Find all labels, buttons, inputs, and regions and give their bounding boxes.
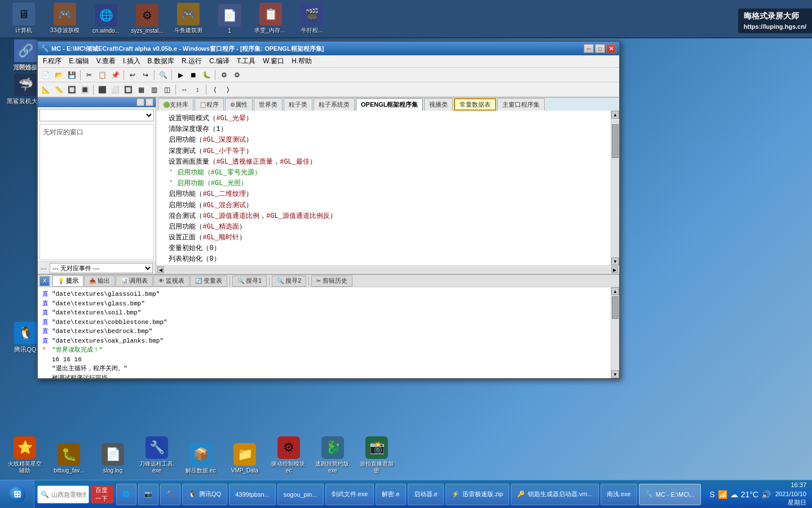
tab-property[interactable]: ⚙ 属性 (225, 98, 253, 111)
tb-cut[interactable]: ✂ (83, 69, 95, 81)
tb-copy[interactable]: 📋 (96, 69, 108, 81)
tb-redo[interactable]: ↪ (139, 69, 152, 81)
taskbar-item-ie[interactable]: 🌐 (116, 484, 136, 505)
top-icon-game[interactable]: 🎮 斗鱼建筑测 (172, 3, 205, 34)
code-editor[interactable]: 设置明暗模式（#GL_光晕） 清除深度缓存（1） 启用功能（#GL_深度测试） … (156, 111, 611, 265)
taskbar-item-mc[interactable]: 🔧 MC - E:\MC\... (639, 484, 701, 505)
tb2-btn10[interactable]: ◫ (161, 84, 173, 96)
tb-new[interactable]: 📄 (39, 69, 52, 81)
left-panel-tree[interactable]: 无对应的窗口 (39, 124, 154, 260)
tb2-btn7[interactable]: 🔲 (122, 84, 134, 96)
tab-opengl[interactable]: OPENGL框架程序集 (356, 98, 423, 111)
bottom-tab-calltable[interactable]: 📊 调用表 (116, 275, 153, 287)
tb2-btn5[interactable]: ⬛ (96, 84, 108, 96)
tray-volume-icon[interactable]: 🔊 (761, 490, 771, 499)
taskbar-item-keygen[interactable]: 🔑 钥匙生成器启动器.vm... (511, 484, 599, 505)
tb2-btn12[interactable]: ↕ (191, 84, 204, 96)
left-panel-event-dropdown[interactable]: --- 无对应事件 --- (50, 263, 153, 273)
left-panel-close-btn[interactable]: ✕ (145, 98, 153, 106)
tb-stop[interactable]: ⏹ (187, 69, 200, 81)
taskbar-item-4399[interactable]: 4399tpbsn... (229, 484, 276, 505)
code-vscroll[interactable]: ▲ ▼ (611, 111, 619, 265)
bottom-vscroll-track[interactable] (611, 295, 619, 370)
bottom-vscroll[interactable]: ▲ ▼ (611, 287, 619, 378)
taskbar-search-input[interactable] (51, 491, 86, 498)
vscroll-down-btn[interactable]: ▼ (611, 257, 619, 265)
tab-constants[interactable]: 常量数据表 (454, 98, 496, 111)
bottom-icon-fire[interactable]: ⭐ 火线精英星空辅助 (6, 436, 44, 474)
hscroll-track[interactable] (165, 267, 610, 273)
top-icon-installer[interactable]: ⚙ syzs_instal... (131, 4, 164, 34)
system-clock[interactable]: 16:37 2021/10/10 星期日 (775, 481, 806, 507)
tab-main-window[interactable]: 主窗口程序集 (497, 98, 545, 111)
tb2-btn13[interactable]: ⟨ (209, 84, 221, 96)
top-icon-memory[interactable]: 📋 求雯_内存_模 (254, 3, 287, 34)
taskbar-item-decrypt[interactable]: 解密.e (376, 484, 405, 505)
bottom-tab-clipboard[interactable]: ✂ 剪辑历史 (311, 275, 352, 287)
menu-run[interactable]: R.运行 (178, 55, 205, 67)
baidu-button[interactable]: 百度一下 (91, 485, 113, 503)
bottom-vscroll-down[interactable]: ▼ (611, 370, 619, 378)
start-button[interactable]: ⊞ (0, 480, 34, 508)
tb-search[interactable]: 🔍 (157, 69, 169, 81)
taskbar-item-sogou[interactable]: sogou_pin... (277, 484, 324, 505)
menu-db[interactable]: B.数据库 (144, 55, 178, 67)
menu-view[interactable]: V.查看 (93, 55, 119, 67)
taskbar-item-builder[interactable]: 🔨 (160, 484, 180, 505)
bottom-tab-hint[interactable]: 💡 提示 (52, 275, 83, 287)
tab-support[interactable]: 🟢 支持库 (158, 98, 193, 111)
bottom-icon-knife[interactable]: 🔧 刀锋远程工具.exe (138, 436, 176, 474)
bottom-panel-icon[interactable]: ✕ (39, 276, 50, 286)
top-icon-skin[interactable]: 🎮 33@波肤模 (48, 3, 81, 34)
tab-particle[interactable]: 粒子类 (284, 98, 312, 111)
close-button[interactable]: ✕ (606, 44, 616, 53)
vscroll-thumb[interactable] (612, 124, 619, 158)
tb-compile-btn[interactable]: ⚙ (218, 69, 230, 81)
taskbar-item-jianwu[interactable]: 剑武文件.exe (325, 484, 374, 505)
left-panel-dropdown[interactable] (39, 109, 154, 121)
code-hscroll[interactable]: ◀ ▶ (156, 265, 619, 274)
bottom-vscroll-up[interactable]: ▲ (611, 287, 619, 295)
tb2-btn2[interactable]: 📏 (52, 84, 65, 96)
menu-file[interactable]: F.程序 (39, 55, 65, 67)
hscroll-left-btn[interactable]: ◀ (157, 266, 164, 273)
top-icon-browser[interactable]: 🌐 cn.windo... (90, 4, 122, 34)
top-icon-computer[interactable]: 🖥 计算机 (7, 3, 40, 34)
tb2-btn6[interactable]: ⬜ (109, 84, 121, 96)
maximize-button[interactable]: □ (595, 44, 605, 53)
bottom-icon-escape[interactable]: 🐉 逃跑挂简约版.exe (314, 436, 352, 474)
tab-particle-sys[interactable]: 粒子系统类 (314, 98, 355, 111)
tb2-btn11[interactable]: ↔ (178, 84, 191, 96)
bottom-output-text[interactable]: 直"date\textures\glasssoil.bmp"直"date\tex… (38, 287, 611, 378)
tb-debug[interactable]: 🐛 (200, 69, 213, 81)
taskbar-item-qq-tray[interactable]: 🐧 腾讯QQ (182, 484, 227, 505)
bottom-tab-search2[interactable]: 🔍 搜寻2 (272, 275, 306, 287)
vscroll-up-btn[interactable]: ▲ (611, 111, 619, 119)
tb-save[interactable]: 💾 (65, 69, 78, 81)
tb2-btn1[interactable]: 📐 (39, 84, 52, 96)
bottom-icon-unzip[interactable]: 📦 解压数据.ec (182, 443, 220, 474)
tray-network-icon[interactable]: 📶 (718, 490, 727, 499)
tb-run[interactable]: ▶ (174, 69, 187, 81)
bottom-tab-monitor[interactable]: 👁 监视表 (153, 275, 189, 287)
tb2-btn3[interactable]: 🔲 (65, 84, 78, 96)
menu-help[interactable]: H.帮助 (288, 55, 315, 67)
top-icon-video[interactable]: 🎬 牛犴程... (295, 3, 328, 34)
taskbar-item-camera[interactable]: 📷 (138, 484, 158, 505)
tb-open[interactable]: 📂 (52, 69, 65, 81)
menu-insert[interactable]: I.插入 (120, 55, 144, 67)
tab-view[interactable]: 视播类 (424, 98, 453, 111)
vscroll-track[interactable] (611, 119, 619, 257)
tb2-btn14[interactable]: ⟩ (222, 84, 234, 96)
taskbar-item-thunder[interactable]: ⚡ 迅雷极速版.zip (445, 484, 509, 505)
tb-undo[interactable]: ↩ (126, 69, 139, 81)
bottom-icon-vmp[interactable]: 📁 VMP_Data (226, 443, 264, 474)
menu-edit[interactable]: E.编辑 (65, 55, 92, 67)
tray-icon-s[interactable]: S (709, 490, 714, 499)
taskbar-item-launcher[interactable]: 启动器.e (408, 484, 444, 505)
taskbar-item-nanqian[interactable]: 南浅.exe (601, 484, 637, 505)
bottom-icon-slog[interactable]: 📄 slog.log (94, 443, 132, 474)
bottom-icon-stream[interactable]: 📸 游拍直播君加密 (358, 436, 396, 474)
tb2-btn8[interactable]: ▦ (135, 84, 147, 96)
bottom-tab-output[interactable]: 📤 输出 (84, 275, 115, 287)
